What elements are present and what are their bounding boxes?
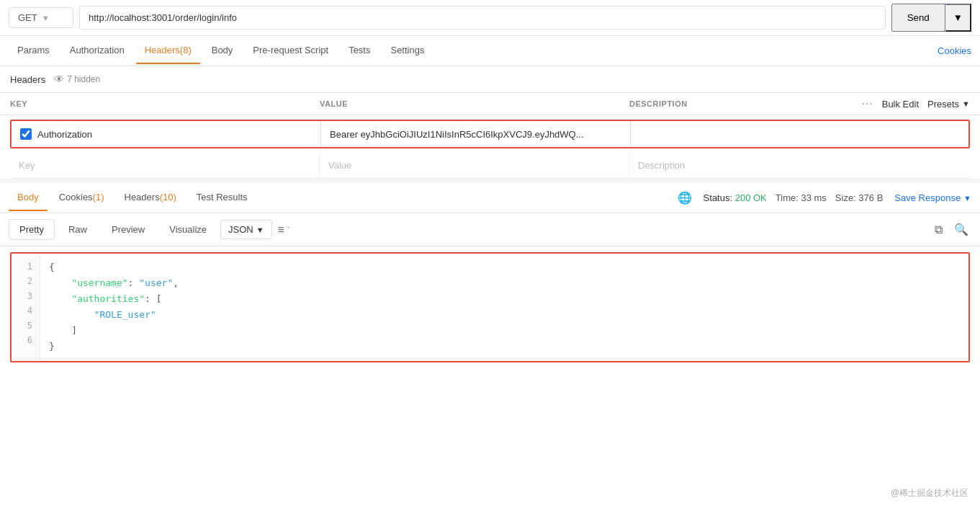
headers-subbar: Headers 👁 7 hidden — [0, 66, 980, 93]
empty-key-placeholder: Key — [19, 160, 35, 171]
format-tab-raw[interactable]: Raw — [58, 219, 98, 240]
tab-body[interactable]: Body — [203, 37, 242, 64]
format-tab-visualize[interactable]: Visualize — [158, 219, 217, 240]
header-row-authorization: Authorization Bearer eyJhbGciOiJIUzI1NiI… — [10, 120, 970, 148]
presets-button[interactable]: Presets ▼ — [927, 99, 970, 110]
empty-value-cell[interactable]: Value — [320, 153, 629, 178]
bulk-edit-button[interactable]: Bulk Edit — [882, 99, 919, 110]
hidden-count: 7 hidden — [67, 74, 100, 84]
format-toolbar: Pretty Raw Preview Visualize JSON ▼ ≡→ ⧉… — [0, 213, 980, 246]
empty-desc-cell[interactable]: Description — [629, 153, 970, 178]
format-tabs-left: Pretty Raw Preview Visualize JSON ▼ ≡→ — [9, 219, 293, 240]
table-header-row: KEY VALUE DESCRIPTION ··· Bulk Edit Pres… — [0, 93, 980, 115]
line-num-4: 4 — [19, 303, 32, 318]
json-line-5: ] — [49, 323, 960, 339]
tab-response-body[interactable]: Body — [9, 184, 48, 211]
col-desc-header: DESCRIPTION — [629, 99, 861, 108]
method-chevron: ▼ — [42, 14, 50, 22]
header-key-cell: Authorization — [12, 121, 321, 147]
header-desc-cell[interactable] — [631, 121, 968, 147]
line-num-5: 5 — [19, 318, 32, 333]
url-bar: GET ▼ Send ▼ — [0, 0, 980, 36]
json-line-4: "ROLE_user" — [49, 307, 960, 323]
empty-desc-placeholder: Description — [638, 160, 685, 171]
tab-params[interactable]: Params — [9, 37, 58, 64]
table-actions: ··· Bulk Edit Presets ▼ — [861, 97, 970, 110]
send-dropdown-button[interactable]: ▼ — [945, 4, 971, 32]
globe-icon: 🌐 — [678, 191, 692, 205]
header-value-cell[interactable]: Bearer eyJhbGciOiJIUzI1NiIsInR5cCI6IkpXV… — [321, 121, 631, 147]
response-tabs-left: Body Cookies(1) Headers(10) Test Results — [9, 184, 256, 211]
cookies-link[interactable]: Cookies — [938, 45, 971, 56]
time-value: 33 ms — [801, 192, 826, 203]
tab-settings[interactable]: Settings — [382, 37, 433, 64]
tab-authorization[interactable]: Authorization — [61, 37, 133, 64]
header-empty-row: Key Value Description — [10, 153, 970, 179]
size-value: 376 B — [858, 192, 883, 203]
line-num-1: 1 — [19, 259, 32, 274]
header-key-value: Authorization — [37, 129, 92, 140]
status-info: Status: 200 OK Time: 33 ms Size: 376 B — [703, 192, 884, 203]
save-response-chevron-icon: ▼ — [963, 194, 971, 202]
presets-chevron-icon: ▼ — [962, 99, 970, 108]
tab-tests[interactable]: Tests — [340, 37, 379, 64]
response-tabs-bar: Body Cookies(1) Headers(10) Test Results… — [0, 183, 980, 213]
header-checkbox[interactable] — [20, 128, 32, 140]
json-line-1: { — [49, 259, 960, 275]
format-select-chevron-icon: ▼ — [256, 226, 264, 234]
request-tabs-left: Params Authorization Headers(8) Body Pre… — [9, 37, 433, 64]
size-label: Size: 376 B — [835, 192, 884, 203]
format-tab-pretty[interactable]: Pretty — [9, 219, 55, 240]
save-response-button[interactable]: Save Response ▼ — [894, 192, 971, 203]
json-line-3: "authorities": [ — [49, 291, 960, 307]
search-icon[interactable]: 🔍 — [951, 220, 971, 239]
col-value-header: VALUE — [320, 99, 629, 108]
more-options-icon[interactable]: ··· — [861, 97, 873, 110]
send-button[interactable]: Send — [891, 4, 945, 32]
format-select[interactable]: JSON ▼ — [220, 220, 272, 239]
status-value: 200 OK — [735, 192, 767, 203]
format-action-icons: ⧉ 🔍 — [932, 220, 971, 239]
method-select[interactable]: GET ▼ — [9, 7, 73, 28]
filter-icon[interactable]: ≡→ — [275, 220, 293, 239]
col-key-header: KEY — [10, 99, 320, 108]
hidden-badge: 👁 7 hidden — [54, 73, 100, 85]
method-label: GET — [18, 12, 37, 23]
request-tabs-bar: Params Authorization Headers(8) Body Pre… — [0, 36, 980, 66]
header-value-text: Bearer eyJhbGciOiJIUzI1NiIsInR5cCI6IkpXV… — [330, 129, 584, 140]
json-line-2: "username": "user", — [49, 275, 960, 291]
json-line-6: } — [49, 339, 960, 355]
tab-response-test-results[interactable]: Test Results — [188, 184, 256, 211]
copy-icon[interactable]: ⧉ — [932, 220, 945, 239]
line-num-3: 3 — [19, 289, 32, 303]
status-label: Status: 200 OK — [703, 192, 767, 203]
json-content: { "username": "user", "authorities": [ "… — [40, 254, 968, 361]
send-button-group: Send ▼ — [891, 4, 971, 32]
tab-response-cookies[interactable]: Cookies(1) — [50, 184, 113, 211]
watermark: @稀土掘金技术社区 — [891, 487, 968, 499]
line-num-2: 2 — [19, 274, 32, 288]
format-tab-preview[interactable]: Preview — [101, 219, 156, 240]
headers-subbar-title: Headers — [10, 74, 45, 85]
tab-headers[interactable]: Headers(8) — [136, 37, 200, 64]
empty-value-placeholder: Value — [328, 160, 351, 171]
response-tabs-right: 🌐 Status: 200 OK Time: 33 ms Size: 376 B… — [678, 191, 971, 205]
empty-key-cell[interactable]: Key — [10, 153, 320, 178]
line-num-6: 6 — [19, 333, 32, 347]
eye-icon: 👁 — [54, 73, 64, 85]
line-numbers: 1 2 3 4 5 6 — [12, 254, 40, 361]
tab-prerequest[interactable]: Pre-request Script — [244, 37, 337, 64]
json-viewer: 1 2 3 4 5 6 { "username": "user", "autho… — [10, 252, 970, 362]
time-label: Time: 33 ms — [776, 192, 827, 203]
url-input[interactable] — [79, 6, 886, 30]
tab-response-headers[interactable]: Headers(10) — [116, 184, 185, 211]
